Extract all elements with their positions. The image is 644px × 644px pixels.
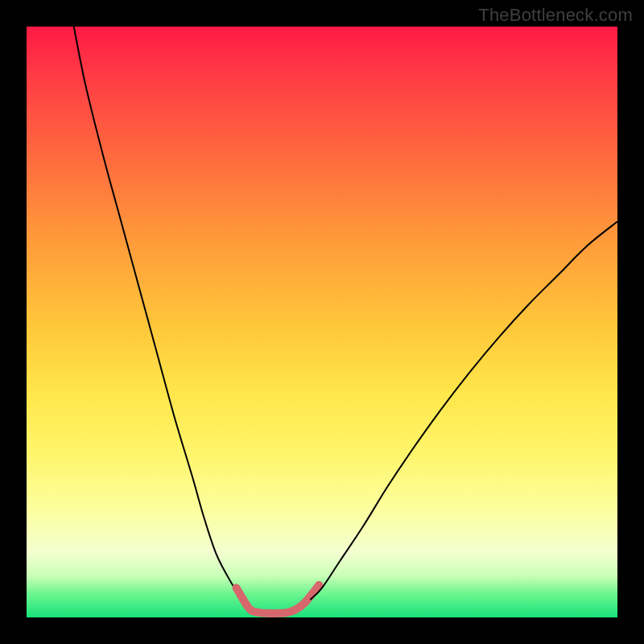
series-left-descent [74, 27, 246, 603]
chart-frame: TheBottleneck.com [0, 0, 644, 644]
chart-svg [27, 27, 617, 617]
series-right-ascent [310, 221, 617, 600]
plot-area [27, 27, 617, 617]
series-group [74, 27, 617, 613]
watermark-text: TheBottleneck.com [478, 5, 633, 26]
series-valley-floor [237, 585, 320, 613]
